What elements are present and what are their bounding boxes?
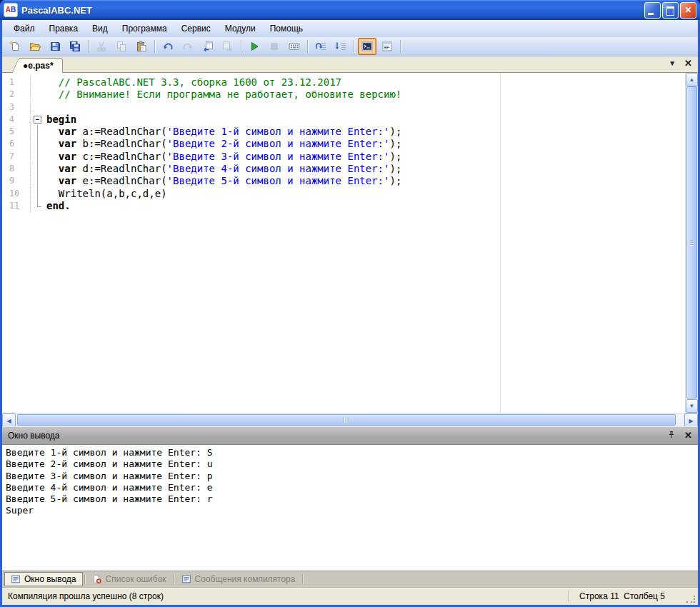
- bottom-tab-label: Сообщения компилятора: [195, 574, 296, 584]
- cut-button[interactable]: [92, 38, 111, 55]
- line-number: 4: [2, 114, 31, 126]
- navigate-forward-button[interactable]: [219, 38, 237, 55]
- toolbar-separator: [400, 40, 401, 53]
- code-editor[interactable]: 1 // PascalABC.NET 3.3, сборка 1600 от 2…: [2, 73, 685, 413]
- console-output-toggle[interactable]: [358, 38, 376, 55]
- line-number: 3: [2, 101, 31, 114]
- vertical-scrollbar[interactable]: ▲ ▼: [685, 73, 698, 413]
- bottom-tab-output-window[interactable]: Окно вывода: [4, 572, 83, 586]
- bottom-tab-compiler-messages[interactable]: Сообщения компилятора: [176, 573, 301, 586]
- status-separator: [569, 591, 569, 602]
- scroll-left-icon[interactable]: ◀: [2, 413, 16, 428]
- fold-toggle-icon[interactable]: [34, 116, 41, 124]
- editor-line: 6 var b:=ReadlnChar('Введите 2-й символ …: [2, 138, 685, 150]
- scroll-right-icon[interactable]: ▶: [684, 413, 698, 428]
- close-button[interactable]: [680, 2, 696, 19]
- fold-margin: [31, 89, 44, 101]
- messages-window-button[interactable]: [378, 38, 396, 55]
- bottom-tab-separator: [84, 574, 85, 584]
- fold-margin: [31, 126, 44, 138]
- menu-edit[interactable]: Правка: [42, 21, 86, 36]
- status-message: Компиляция прошла успешно (8 строк): [8, 591, 569, 601]
- bottom-tab-error-list[interactable]: Список ошибок: [86, 573, 172, 586]
- open-file-button[interactable]: [26, 38, 44, 55]
- output-close-icon[interactable]: ✕: [684, 431, 692, 440]
- code-text: var b:=ReadlnChar('Введите 2-й символ и …: [44, 138, 401, 150]
- editor-line: 9 var e:=ReadlnChar('Введите 5-й символ …: [2, 175, 685, 187]
- menu-bar: ФайлПравкаВидПрограммаСервисМодулиПомощь: [2, 20, 698, 37]
- minimize-button[interactable]: [644, 2, 661, 19]
- step-into-button[interactable]: [331, 38, 350, 55]
- app-icon: [4, 3, 18, 17]
- save-all-button[interactable]: [66, 38, 84, 55]
- menu-program[interactable]: Программа: [115, 21, 174, 36]
- line-number: 7: [2, 151, 31, 163]
- menu-view[interactable]: Вид: [85, 21, 115, 36]
- code-text: var e:=ReadlnChar('Введите 5-й символ и …: [44, 175, 401, 187]
- undo-button[interactable]: [159, 38, 177, 55]
- toolbar-separator: [307, 40, 308, 53]
- menu-file[interactable]: Файл: [6, 21, 42, 36]
- code-text: // Внимание! Если программа не работает,…: [44, 89, 401, 101]
- output-line: Введите 1-й символ и нажмите Enter: S: [6, 447, 694, 458]
- menu-help[interactable]: Помощь: [263, 21, 310, 36]
- bottom-tab-label: Список ошибок: [106, 574, 166, 584]
- fold-margin[interactable]: [31, 114, 44, 126]
- save-button[interactable]: [46, 38, 64, 55]
- line-number: 11: [2, 200, 31, 212]
- redo-button[interactable]: [179, 38, 197, 55]
- editor-line: 1 // PascalABC.NET 3.3, сборка 1600 от 2…: [2, 76, 685, 89]
- editor-line: 8 var d:=ReadlnChar('Введите 4-й символ …: [2, 163, 685, 175]
- fold-margin: [31, 76, 44, 89]
- output-line: Введите 5-й символ и нажмите Enter: r: [6, 493, 694, 505]
- scroll-down-icon[interactable]: ▼: [686, 399, 698, 413]
- status-bar: Компиляция прошла успешно (8 строк) Стро…: [2, 587, 698, 605]
- bottom-tab-separator: [174, 574, 174, 584]
- paste-button[interactable]: [132, 38, 151, 55]
- application-window: PascalABC.NET ФайлПравкаВидПрограммаСерв…: [0, 0, 700, 607]
- code-text: var c:=ReadlnChar('Введите 3-й символ и …: [44, 151, 401, 163]
- line-number: 5: [2, 126, 31, 138]
- editor-line: 7 var c:=ReadlnChar('Введите 3-й символ …: [2, 151, 685, 163]
- editor-line: 11end.: [2, 200, 685, 212]
- run-button[interactable]: [245, 38, 264, 55]
- step-over-button[interactable]: [311, 38, 330, 55]
- line-number: 9: [2, 175, 31, 187]
- navigate-back-button[interactable]: [199, 38, 217, 55]
- output-tab-icon: [11, 574, 21, 584]
- menu-service[interactable]: Сервис: [174, 21, 218, 36]
- horizontal-scrollbar[interactable]: ◀ ▶: [2, 413, 698, 426]
- tab-list-dropdown-icon[interactable]: ▼: [669, 59, 676, 69]
- output-console[interactable]: Введите 1-й символ и нажмите Enter: SВве…: [2, 445, 698, 571]
- output-line: Введите 4-й символ и нажмите Enter: e: [6, 482, 694, 493]
- menu-modules[interactable]: Модули: [218, 21, 263, 36]
- toolbar-separator: [88, 40, 89, 53]
- horizontal-scroll-track[interactable]: [16, 413, 684, 426]
- output-panel-header: Окно вывода ✕: [2, 426, 698, 445]
- tab-close-icon[interactable]: ✕: [684, 59, 692, 69]
- vertical-scroll-thumb[interactable]: [686, 86, 697, 398]
- title-bar: PascalABC.NET: [0, 0, 700, 20]
- fold-margin: [31, 151, 44, 163]
- line-number: 6: [2, 138, 31, 150]
- resize-grip[interactable]: [686, 593, 696, 603]
- fold-margin: [31, 175, 44, 187]
- editor-line: 2 // Внимание! Если программа не работае…: [2, 89, 685, 101]
- pin-icon[interactable]: [667, 431, 676, 441]
- copy-button[interactable]: [112, 38, 131, 55]
- editor-tab-epas[interactable]: ●e.pas*: [19, 58, 63, 73]
- stop-button[interactable]: [265, 38, 284, 55]
- vertical-scroll-track[interactable]: [686, 86, 698, 399]
- virtual-keyboard-button[interactable]: [285, 38, 304, 55]
- editor-line: 10 Writeln(a,b,c,d,e): [2, 188, 685, 200]
- editor-line: 3: [2, 101, 685, 114]
- line-number: 8: [2, 163, 31, 175]
- toolbar-separator: [354, 40, 354, 53]
- new-file-button[interactable]: [6, 38, 24, 55]
- messages-tab-icon: [181, 574, 191, 584]
- horizontal-scroll-thumb[interactable]: [17, 414, 676, 426]
- line-number: 10: [2, 188, 31, 200]
- bottom-tab-label: Окно вывода: [24, 574, 76, 584]
- maximize-button[interactable]: [662, 2, 679, 19]
- scroll-up-icon[interactable]: ▲: [686, 73, 698, 86]
